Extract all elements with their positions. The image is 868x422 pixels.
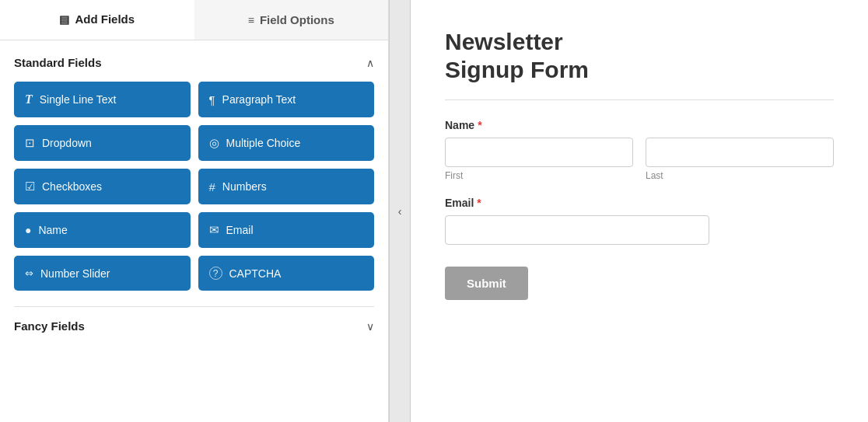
tab-field-options[interactable]: ≡ Field Options [194,0,389,40]
last-name-wrap: Last [646,138,834,181]
tab-field-options-label: Field Options [260,13,334,26]
field-btn-captcha[interactable]: ? CAPTCHA [198,256,375,291]
last-name-sublabel: Last [646,170,834,181]
field-btn-number-slider-label: Number Slider [40,267,110,280]
fancy-fields-header: Fancy Fields ∨ [14,319,374,333]
form-title: NewsletterSignup Form [445,28,834,84]
field-btn-dropdown-label: Dropdown [42,137,92,149]
fancy-fields-chevron[interactable]: ∨ [366,320,374,333]
left-panel: ▤ Add Fields ≡ Field Options Standard Fi… [0,0,389,422]
single-line-text-icon: T [25,92,33,106]
form-title-divider [445,99,834,100]
paragraph-text-icon: ¶ [209,93,215,106]
submit-button[interactable]: Submit [445,267,528,300]
standard-fields-grid: T Single Line Text ¶ Paragraph Text ⊡ Dr… [14,82,374,291]
fancy-fields-title: Fancy Fields [14,319,85,333]
field-options-icon: ≡ [248,14,254,26]
add-fields-icon: ▤ [59,13,69,26]
collapse-panel[interactable]: ‹ [389,0,411,422]
name-required-star: * [478,119,481,131]
field-btn-numbers-label: Numbers [222,180,267,193]
standard-fields-chevron[interactable]: ∧ [366,57,374,69]
captcha-icon: ? [209,267,222,280]
field-btn-paragraph-text[interactable]: ¶ Paragraph Text [198,82,375,117]
multiple-choice-icon: ◎ [209,136,219,150]
checkboxes-icon: ☑ [25,180,35,194]
collapse-arrow-icon: ‹ [398,205,402,218]
email-label: Email * [445,197,834,209]
email-input[interactable] [445,215,709,245]
field-btn-name-label: Name [38,224,67,236]
name-icon: ● [25,224,31,236]
email-field-group: Email * [445,197,834,245]
standard-fields-header: Standard Fields ∧ [14,56,374,69]
name-field-group: Name * First Last [445,119,834,181]
first-name-input[interactable] [445,138,633,167]
panel-body: Standard Fields ∧ T Single Line Text ¶ P… [0,40,388,422]
tab-add-fields[interactable]: ▤ Add Fields [0,0,194,40]
email-required-star: * [477,197,481,209]
dropdown-icon: ⊡ [25,136,35,150]
field-btn-dropdown[interactable]: ⊡ Dropdown [14,125,191,161]
name-label: Name * [445,119,834,131]
tab-add-fields-label: Add Fields [75,12,135,26]
field-btn-paragraph-text-label: Paragraph Text [222,93,296,106]
tab-bar: ▤ Add Fields ≡ Field Options [0,0,388,40]
section-divider [14,306,374,307]
field-btn-email[interactable]: ✉ Email [198,212,375,248]
field-btn-name[interactable]: ● Name [14,212,191,248]
standard-fields-title: Standard Fields [14,56,102,69]
right-panel: NewsletterSignup Form Name * First Last … [411,0,868,422]
numbers-icon: # [209,180,215,194]
field-btn-multiple-choice-label: Multiple Choice [226,137,301,149]
name-inputs: First Last [445,138,834,181]
field-btn-checkboxes-label: Checkboxes [42,180,102,193]
field-btn-checkboxes[interactable]: ☑ Checkboxes [14,169,191,204]
field-btn-captcha-label: CAPTCHA [229,267,282,280]
field-btn-email-label: Email [226,224,254,236]
field-btn-numbers[interactable]: # Numbers [198,169,375,204]
field-btn-multiple-choice[interactable]: ◎ Multiple Choice [198,125,375,161]
last-name-input[interactable] [646,138,834,167]
field-btn-number-slider[interactable]: ⇔ Number Slider [14,256,191,291]
number-slider-icon: ⇔ [25,267,33,279]
email-icon: ✉ [209,223,219,237]
first-name-wrap: First [445,138,633,181]
first-name-sublabel: First [445,170,633,181]
field-btn-single-line-text-label: Single Line Text [40,93,117,106]
field-btn-single-line-text[interactable]: T Single Line Text [14,82,191,117]
